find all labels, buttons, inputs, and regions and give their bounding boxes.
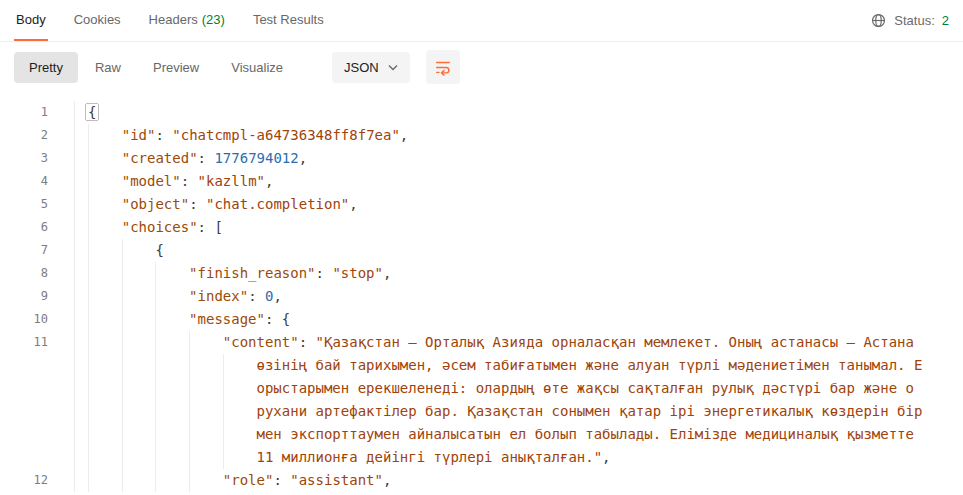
indent-guide <box>88 469 122 492</box>
indent-guide <box>122 469 156 492</box>
code-token: : [ <box>198 219 223 235</box>
indent-guide <box>189 377 223 400</box>
view-pretty-button[interactable]: Pretty <box>14 52 78 83</box>
indent-guide <box>189 400 223 423</box>
code-line-content: орыстарымен ерекшеленеді: олардың өте жа… <box>74 377 963 400</box>
code-token: : <box>181 173 198 189</box>
indent-guide <box>88 285 122 308</box>
fold-gutter <box>48 239 74 262</box>
view-visualize-button[interactable]: Visualize <box>216 52 298 83</box>
code-token: "finish_reason" <box>189 265 315 281</box>
code-line-content: "message": { <box>74 308 963 331</box>
tab-headers[interactable]: Headers (23) <box>147 0 227 41</box>
code-token: "object" <box>122 196 189 212</box>
indent-guide <box>155 308 189 331</box>
code-token: "assistant" <box>290 472 383 488</box>
code-line[interactable]: 11"content": "Қазақстан – Орталық Азияда… <box>0 331 963 354</box>
fold-gutter <box>48 446 74 469</box>
code-line[interactable]: 8"finish_reason": "stop", <box>0 262 963 285</box>
code-token: орыстарымен ерекшеленеді: олардың өте жа… <box>257 380 914 396</box>
indent-guide <box>189 354 223 377</box>
code-line[interactable]: 1{ <box>0 101 963 124</box>
tab-body[interactable]: Body <box>14 0 48 41</box>
wrap-text-button[interactable] <box>426 50 460 84</box>
code-token: "chat.completion" <box>206 196 349 212</box>
code-line[interactable]: рухани артефактілер бар. Қазақстан соным… <box>0 400 963 423</box>
indent-guide <box>122 262 156 285</box>
headers-count-badge: (23) <box>202 12 225 27</box>
line-number: 8 <box>0 262 48 285</box>
fold-gutter <box>48 170 74 193</box>
code-line[interactable]: 6"choices": [ <box>0 216 963 239</box>
line-number: 7 <box>0 239 48 262</box>
code-token: "created" <box>122 150 198 166</box>
code-line[interactable]: 5"object": "chat.completion", <box>0 193 963 216</box>
indent-guide <box>155 262 189 285</box>
indent-guide <box>88 170 122 193</box>
response-tabbar: Body Cookies Headers (23) Test Results S… <box>0 0 963 42</box>
code-token: "chatcmpl-a64736348ff8f7ea" <box>172 127 400 143</box>
fold-gutter <box>48 308 74 331</box>
code-token: "message" <box>189 311 265 327</box>
line-number: 12 <box>0 469 48 492</box>
code-line[interactable]: 2"id": "chatcmpl-a64736348ff8f7ea", <box>0 124 963 147</box>
tab-test-results[interactable]: Test Results <box>251 0 326 41</box>
tab-cookies-label: Cookies <box>74 12 121 27</box>
view-preview-label: Preview <box>153 60 199 75</box>
line-number: 3 <box>0 147 48 170</box>
code-line-content: "finish_reason": "stop", <box>74 262 963 285</box>
format-dropdown-value: JSON <box>344 60 379 75</box>
code-line[interactable]: орыстарымен ерекшеленеді: олардың өте жа… <box>0 377 963 400</box>
response-body-editor[interactable]: 1{2"id": "chatcmpl-a64736348ff8f7ea",3"c… <box>0 92 963 492</box>
tab-cookies[interactable]: Cookies <box>72 0 123 41</box>
fold-gutter <box>48 193 74 216</box>
code-line-content: "choices": [ <box>74 216 963 239</box>
code-line[interactable]: 3"created": 1776794012, <box>0 147 963 170</box>
indent-guide <box>122 400 156 423</box>
view-raw-label: Raw <box>95 60 121 75</box>
code-line-content: "index": 0, <box>74 285 963 308</box>
line-number <box>0 446 48 469</box>
code-token: { <box>85 103 99 121</box>
indent-guide <box>155 331 189 354</box>
network-icon[interactable] <box>870 12 887 29</box>
view-pretty-label: Pretty <box>29 60 63 75</box>
code-token: : <box>273 472 290 488</box>
indent-guide <box>88 446 122 469</box>
indent-guide <box>223 354 257 377</box>
code-line-content: "role": "assistant", <box>74 469 963 492</box>
indent-guide <box>88 354 122 377</box>
line-number <box>0 400 48 423</box>
view-raw-button[interactable]: Raw <box>80 52 136 83</box>
code-token: : <box>248 288 265 304</box>
code-token: "model" <box>122 173 181 189</box>
code-line[interactable]: 4"model": "kazllm", <box>0 170 963 193</box>
line-number: 6 <box>0 216 48 239</box>
line-number: 1 <box>0 101 48 124</box>
code-line[interactable]: 11 миллионға дейінгі түрлері анықталған.… <box>0 446 963 469</box>
indent-guide <box>122 308 156 331</box>
code-token: "choices" <box>122 219 198 235</box>
code-token: "Қазақстан – Орталық Азияда орналасқан м… <box>316 334 914 350</box>
indent-guide <box>155 377 189 400</box>
view-preview-button[interactable]: Preview <box>138 52 214 83</box>
line-number: 11 <box>0 331 48 354</box>
code-line[interactable]: мен экспорттаумен айналысатын ел болып т… <box>0 423 963 446</box>
indent-guide <box>88 331 122 354</box>
code-line[interactable]: 7{ <box>0 239 963 262</box>
indent-guide <box>88 400 122 423</box>
indent-guide <box>155 446 189 469</box>
code-line[interactable]: 12"role": "assistant", <box>0 469 963 492</box>
indent-guide <box>122 423 156 446</box>
fold-gutter <box>48 400 74 423</box>
code-line[interactable]: өзінің бай тарихымен, әсем табиғатымен ж… <box>0 354 963 377</box>
indent-guide <box>189 469 223 492</box>
format-dropdown[interactable]: JSON <box>332 52 410 83</box>
code-line-content: "object": "chat.completion", <box>74 193 963 216</box>
code-line[interactable]: 9"index": 0, <box>0 285 963 308</box>
code-token: , <box>602 449 610 465</box>
line-number: 4 <box>0 170 48 193</box>
code-token: мен экспорттаумен айналысатын ел болып т… <box>257 426 914 442</box>
code-line[interactable]: 10"message": { <box>0 308 963 331</box>
indent-guide <box>88 124 122 147</box>
